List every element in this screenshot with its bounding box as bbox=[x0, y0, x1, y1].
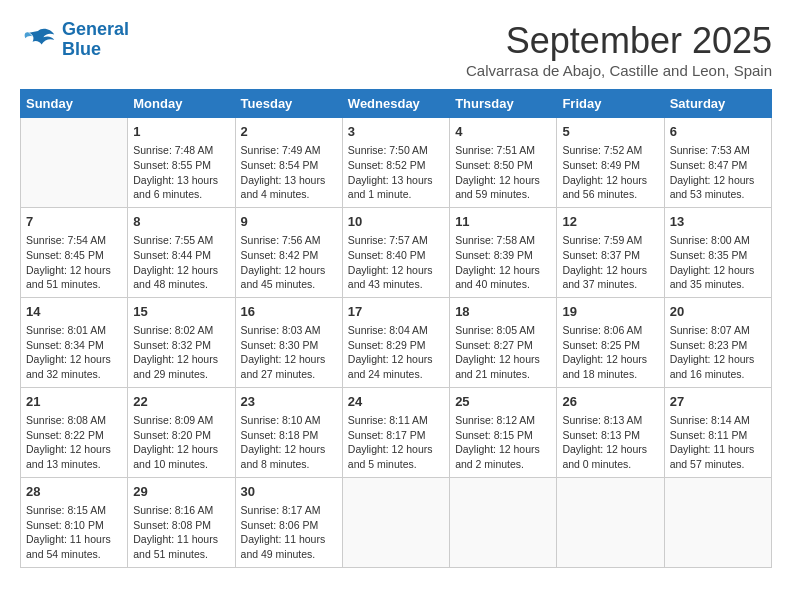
day-number: 29 bbox=[133, 483, 229, 501]
day-info: and 4 minutes. bbox=[241, 187, 337, 202]
table-row: 28Sunrise: 8:15 AMSunset: 8:10 PMDayligh… bbox=[21, 477, 128, 567]
day-info: Daylight: 12 hours bbox=[133, 442, 229, 457]
table-row: 18Sunrise: 8:05 AMSunset: 8:27 PMDayligh… bbox=[450, 297, 557, 387]
day-info: Sunset: 8:18 PM bbox=[241, 428, 337, 443]
day-info: Daylight: 11 hours bbox=[133, 532, 229, 547]
day-info: Daylight: 12 hours bbox=[455, 352, 551, 367]
day-info: Sunset: 8:50 PM bbox=[455, 158, 551, 173]
day-info: Sunrise: 7:53 AM bbox=[670, 143, 766, 158]
day-info: and 8 minutes. bbox=[241, 457, 337, 472]
day-info: Sunset: 8:47 PM bbox=[670, 158, 766, 173]
day-info: Sunrise: 8:05 AM bbox=[455, 323, 551, 338]
day-info: Daylight: 12 hours bbox=[26, 263, 122, 278]
day-info: Sunrise: 8:10 AM bbox=[241, 413, 337, 428]
day-info: Daylight: 12 hours bbox=[455, 263, 551, 278]
table-row: 14Sunrise: 8:01 AMSunset: 8:34 PMDayligh… bbox=[21, 297, 128, 387]
day-info: Daylight: 12 hours bbox=[670, 352, 766, 367]
day-info: and 59 minutes. bbox=[455, 187, 551, 202]
table-row: 29Sunrise: 8:16 AMSunset: 8:08 PMDayligh… bbox=[128, 477, 235, 567]
day-info: and 54 minutes. bbox=[26, 547, 122, 562]
table-row: 4Sunrise: 7:51 AMSunset: 8:50 PMDaylight… bbox=[450, 118, 557, 208]
day-number: 2 bbox=[241, 123, 337, 141]
day-info: Sunset: 8:52 PM bbox=[348, 158, 444, 173]
day-number: 15 bbox=[133, 303, 229, 321]
day-info: and 2 minutes. bbox=[455, 457, 551, 472]
day-number: 13 bbox=[670, 213, 766, 231]
day-info: Sunset: 8:30 PM bbox=[241, 338, 337, 353]
day-info: Sunset: 8:27 PM bbox=[455, 338, 551, 353]
table-row bbox=[664, 477, 771, 567]
day-info: and 57 minutes. bbox=[670, 457, 766, 472]
day-info: and 35 minutes. bbox=[670, 277, 766, 292]
header-sunday: Sunday bbox=[21, 90, 128, 118]
day-info: and 10 minutes. bbox=[133, 457, 229, 472]
day-info: Sunrise: 7:59 AM bbox=[562, 233, 658, 248]
title-block: September 2025 Calvarrasa de Abajo, Cast… bbox=[466, 20, 772, 79]
day-info: Sunset: 8:55 PM bbox=[133, 158, 229, 173]
day-number: 25 bbox=[455, 393, 551, 411]
table-row: 19Sunrise: 8:06 AMSunset: 8:25 PMDayligh… bbox=[557, 297, 664, 387]
table-row: 25Sunrise: 8:12 AMSunset: 8:15 PMDayligh… bbox=[450, 387, 557, 477]
day-number: 11 bbox=[455, 213, 551, 231]
day-info: Sunrise: 8:08 AM bbox=[26, 413, 122, 428]
day-info: Daylight: 12 hours bbox=[26, 352, 122, 367]
day-info: Daylight: 12 hours bbox=[26, 442, 122, 457]
header-tuesday: Tuesday bbox=[235, 90, 342, 118]
table-row: 2Sunrise: 7:49 AMSunset: 8:54 PMDaylight… bbox=[235, 118, 342, 208]
day-info: Sunset: 8:17 PM bbox=[348, 428, 444, 443]
table-row: 13Sunrise: 8:00 AMSunset: 8:35 PMDayligh… bbox=[664, 207, 771, 297]
day-info: and 48 minutes. bbox=[133, 277, 229, 292]
day-number: 9 bbox=[241, 213, 337, 231]
day-info: Daylight: 12 hours bbox=[348, 442, 444, 457]
day-info: Daylight: 12 hours bbox=[241, 352, 337, 367]
day-info: Sunset: 8:39 PM bbox=[455, 248, 551, 263]
page-header: General Blue September 2025 Calvarrasa d… bbox=[20, 20, 772, 79]
day-info: Sunset: 8:20 PM bbox=[133, 428, 229, 443]
day-number: 17 bbox=[348, 303, 444, 321]
table-row: 12Sunrise: 7:59 AMSunset: 8:37 PMDayligh… bbox=[557, 207, 664, 297]
day-info: Sunrise: 8:17 AM bbox=[241, 503, 337, 518]
header-monday: Monday bbox=[128, 90, 235, 118]
day-info: Sunset: 8:10 PM bbox=[26, 518, 122, 533]
location-subtitle: Calvarrasa de Abajo, Castille and Leon, … bbox=[466, 62, 772, 79]
day-info: Daylight: 11 hours bbox=[670, 442, 766, 457]
day-number: 27 bbox=[670, 393, 766, 411]
day-info: Daylight: 12 hours bbox=[241, 263, 337, 278]
day-info: and 6 minutes. bbox=[133, 187, 229, 202]
day-number: 16 bbox=[241, 303, 337, 321]
day-info: Sunset: 8:23 PM bbox=[670, 338, 766, 353]
table-row: 22Sunrise: 8:09 AMSunset: 8:20 PMDayligh… bbox=[128, 387, 235, 477]
day-info: and 18 minutes. bbox=[562, 367, 658, 382]
calendar-header-row: Sunday Monday Tuesday Wednesday Thursday… bbox=[21, 90, 772, 118]
table-row: 21Sunrise: 8:08 AMSunset: 8:22 PMDayligh… bbox=[21, 387, 128, 477]
day-info: Sunrise: 7:56 AM bbox=[241, 233, 337, 248]
day-info: and 49 minutes. bbox=[241, 547, 337, 562]
day-number: 7 bbox=[26, 213, 122, 231]
day-info: Daylight: 12 hours bbox=[348, 352, 444, 367]
table-row: 20Sunrise: 8:07 AMSunset: 8:23 PMDayligh… bbox=[664, 297, 771, 387]
logo-line2: Blue bbox=[62, 39, 101, 59]
table-row: 11Sunrise: 7:58 AMSunset: 8:39 PMDayligh… bbox=[450, 207, 557, 297]
day-info: Sunset: 8:45 PM bbox=[26, 248, 122, 263]
day-info: Sunrise: 7:52 AM bbox=[562, 143, 658, 158]
day-info: Daylight: 12 hours bbox=[562, 442, 658, 457]
day-info: Daylight: 12 hours bbox=[670, 263, 766, 278]
day-number: 8 bbox=[133, 213, 229, 231]
table-row: 30Sunrise: 8:17 AMSunset: 8:06 PMDayligh… bbox=[235, 477, 342, 567]
day-info: and 27 minutes. bbox=[241, 367, 337, 382]
logo-text: General Blue bbox=[62, 20, 129, 60]
day-info: Sunrise: 8:04 AM bbox=[348, 323, 444, 338]
table-row: 24Sunrise: 8:11 AMSunset: 8:17 PMDayligh… bbox=[342, 387, 449, 477]
day-info: Sunrise: 7:49 AM bbox=[241, 143, 337, 158]
day-info: and 24 minutes. bbox=[348, 367, 444, 382]
day-info: Sunset: 8:35 PM bbox=[670, 248, 766, 263]
calendar-week-row: 21Sunrise: 8:08 AMSunset: 8:22 PMDayligh… bbox=[21, 387, 772, 477]
day-info: Sunrise: 8:12 AM bbox=[455, 413, 551, 428]
day-info: and 5 minutes. bbox=[348, 457, 444, 472]
table-row bbox=[450, 477, 557, 567]
day-number: 20 bbox=[670, 303, 766, 321]
day-info: and 1 minute. bbox=[348, 187, 444, 202]
day-info: Daylight: 13 hours bbox=[133, 173, 229, 188]
day-info: Daylight: 12 hours bbox=[133, 263, 229, 278]
day-number: 10 bbox=[348, 213, 444, 231]
